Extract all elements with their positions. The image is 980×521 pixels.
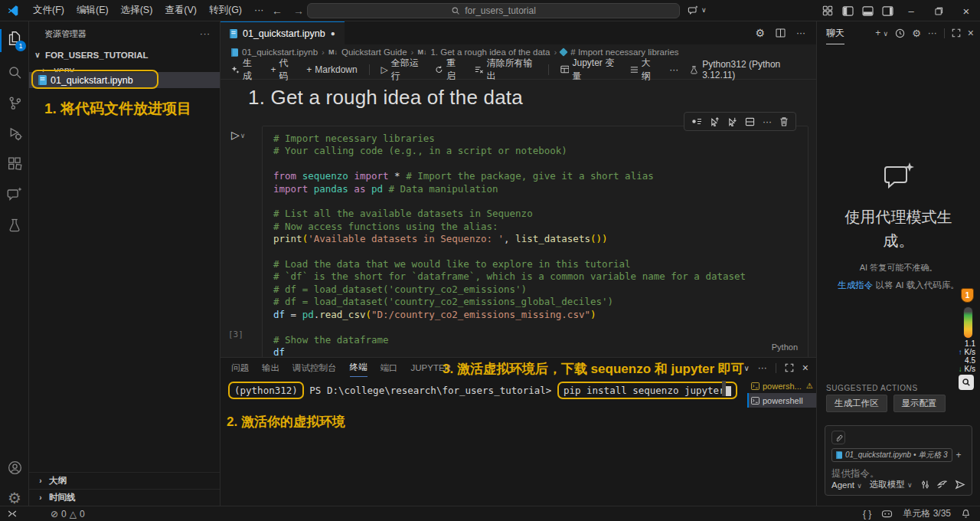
command-center-search[interactable]: for_users_tutorial bbox=[307, 3, 680, 18]
menu-item-选择(S)[interactable]: 选择(S) bbox=[115, 5, 159, 15]
breadcrumb-md2[interactable]: 1. Get a rough idea of the data bbox=[430, 48, 550, 57]
modified-dot-icon[interactable]: ● bbox=[331, 29, 335, 38]
close-window-button[interactable]: × bbox=[952, 0, 980, 21]
add-markdown-cell-button[interactable]: +Markdown bbox=[306, 64, 357, 75]
restore-button[interactable] bbox=[925, 0, 952, 21]
screenshot-search-button[interactable] bbox=[959, 375, 974, 390]
add-code-cell-button[interactable]: +代码 bbox=[270, 57, 295, 83]
accounts-icon[interactable] bbox=[0, 454, 29, 481]
breadcrumb-file[interactable]: 01_quickstart.ipynb bbox=[242, 48, 318, 57]
panel-tab-调试控制台[interactable]: 调试控制台 bbox=[292, 359, 337, 377]
delete-cell-icon[interactable] bbox=[779, 116, 789, 126]
more-actions-icon[interactable]: ··· bbox=[928, 28, 937, 38]
chevron-down-icon[interactable]: ∨ bbox=[743, 364, 749, 372]
code-line[interactable]: # df = load_dataset('country_co2_emissio… bbox=[273, 283, 808, 296]
tab-notebook[interactable]: 01_quickstart.ipynb ● bbox=[220, 21, 345, 44]
code-line[interactable]: import pandas as pd # Data manipulation bbox=[273, 183, 808, 195]
run-cell-and-below-icon[interactable] bbox=[727, 116, 737, 126]
panel-tab-问题[interactable]: 问题 bbox=[231, 359, 249, 377]
code-line[interactable] bbox=[273, 246, 808, 258]
code-line[interactable]: # Your calling code (e.g., in a script o… bbox=[273, 145, 808, 157]
tools-icon[interactable] bbox=[920, 480, 930, 490]
breadcrumb-code[interactable]: # Import necessary libraries bbox=[570, 48, 678, 57]
split-cell-icon[interactable] bbox=[745, 117, 755, 126]
restart-kernel-button[interactable]: 重启 bbox=[435, 57, 462, 83]
jupyter-variables-button[interactable]: Jupyter 变量 bbox=[560, 57, 619, 83]
tab-chat[interactable]: 聊天 bbox=[826, 22, 844, 44]
chat-history-icon[interactable] bbox=[895, 28, 905, 38]
run-cell-button[interactable]: ▷ ∨ bbox=[231, 129, 245, 141]
toggle-primary-sidebar-icon[interactable] bbox=[838, 0, 858, 21]
remote-indicator[interactable] bbox=[7, 509, 18, 519]
more-actions-icon[interactable]: ··· bbox=[758, 362, 767, 373]
cell-indicator[interactable]: 单元格 3/35 bbox=[903, 507, 951, 520]
timeline-section[interactable]: › 时间线 bbox=[29, 489, 220, 506]
forward-icon[interactable]: → bbox=[293, 5, 304, 17]
code-line[interactable]: from sequenzo import * # Import the pack… bbox=[273, 170, 808, 182]
copilot-menu-button[interactable]: ∨ bbox=[688, 5, 707, 15]
more-actions-icon[interactable]: ··· bbox=[669, 64, 678, 75]
menu-item-文件(F)[interactable]: 文件(F) bbox=[27, 5, 70, 15]
explorer-icon[interactable]: 1 bbox=[0, 25, 29, 52]
code-line[interactable]: print('Available datasets in Sequenzo: '… bbox=[273, 233, 808, 245]
more-actions-icon[interactable]: ··· bbox=[200, 29, 211, 38]
cell-language-picker[interactable]: Python bbox=[772, 342, 798, 352]
context-chip[interactable]: 01_quickstart.ipynb • 单元格 3 bbox=[831, 448, 952, 462]
code-line[interactable]: # Now access functions using the alias: bbox=[273, 221, 808, 233]
panel-tab-输出[interactable]: 输出 bbox=[262, 359, 279, 377]
code-line[interactable]: # List all the available datasets in Seq… bbox=[273, 208, 808, 220]
problems-indicator[interactable]: ⊘0 △0 bbox=[51, 509, 85, 519]
clear-outputs-button[interactable]: 清除所有输出 bbox=[475, 57, 537, 83]
notebook-scroll-area[interactable]: 1. Get a rough idea of the data ··· ▷ ∨ … bbox=[220, 80, 816, 357]
code-line[interactable] bbox=[273, 158, 808, 170]
kernel-picker[interactable]: Python312 (Python 3.12.11) bbox=[690, 59, 816, 80]
suggested-action-显示配置[interactable]: 显示配置 bbox=[893, 395, 946, 412]
menu-item-···[interactable]: ··· bbox=[248, 5, 270, 15]
more-actions-icon[interactable]: ··· bbox=[796, 28, 805, 38]
notebook-settings-icon[interactable]: ⚙ bbox=[755, 27, 765, 39]
menu-item-转到(G)[interactable]: 转到(G) bbox=[203, 5, 248, 15]
generate-instructions-link[interactable]: 生成指令 bbox=[838, 280, 873, 290]
voice-input-icon[interactable] bbox=[937, 480, 948, 490]
chat-view-icon[interactable] bbox=[0, 180, 29, 208]
notifications-bell-icon[interactable] bbox=[961, 509, 971, 519]
terminal-list-item[interactable]: powersh...⚠ bbox=[747, 378, 816, 393]
attach-context-button[interactable] bbox=[831, 431, 845, 444]
outline-button[interactable]: 大纲 bbox=[630, 57, 658, 83]
split-editor-icon[interactable] bbox=[776, 28, 786, 38]
generate-button[interactable]: 生成 bbox=[231, 57, 259, 83]
terminal-list-item[interactable]: powershell bbox=[747, 393, 816, 408]
code-line[interactable]: # Load the data that we would like to ex… bbox=[273, 258, 808, 270]
chat-input-box[interactable]: 01_quickstart.ipynb • 单元格 3 + 提供指令。 Agen… bbox=[825, 425, 972, 496]
close-panel-icon[interactable]: × bbox=[802, 362, 808, 374]
send-icon[interactable] bbox=[955, 480, 965, 490]
run-cells-above-icon[interactable] bbox=[710, 116, 720, 126]
close-chat-icon[interactable]: × bbox=[968, 27, 974, 39]
copilot-status-icon[interactable] bbox=[881, 509, 893, 519]
new-chat-button[interactable]: + ∨ bbox=[875, 28, 888, 38]
code-line[interactable] bbox=[273, 195, 808, 208]
outline-section[interactable]: › 大纲 bbox=[29, 472, 220, 489]
model-picker[interactable]: 选取模型 ∨ bbox=[870, 479, 913, 490]
code-line[interactable]: # Import necessary libraries bbox=[273, 133, 808, 145]
suggested-action-生成工作区[interactable]: 生成工作区 bbox=[826, 395, 887, 412]
add-context-icon[interactable]: + bbox=[956, 450, 962, 460]
source-control-icon[interactable] bbox=[0, 89, 29, 116]
panel-tab-端口[interactable]: 端口 bbox=[381, 359, 398, 377]
code-line[interactable] bbox=[273, 321, 808, 333]
minimize-button[interactable]: – bbox=[897, 0, 925, 21]
terminal-content[interactable]: (python312) PS D:\college\research\for_u… bbox=[228, 382, 737, 399]
maximize-chat-icon[interactable] bbox=[952, 28, 961, 38]
toggle-panel-icon[interactable] bbox=[858, 0, 877, 21]
back-icon[interactable]: ← bbox=[272, 5, 283, 17]
code-line[interactable]: # `df` is the short for `dataframe`, whi… bbox=[273, 270, 808, 283]
more-actions-icon[interactable]: ··· bbox=[763, 116, 772, 127]
code-line[interactable]: df = pd.read_csv("D:/country_co2_emissio… bbox=[273, 309, 808, 321]
testing-icon[interactable] bbox=[0, 211, 29, 239]
maximize-panel-icon[interactable] bbox=[785, 363, 794, 372]
extensions-icon[interactable] bbox=[0, 149, 29, 177]
code-line[interactable]: # Show the dataframe bbox=[273, 334, 808, 346]
menu-item-查看(V)[interactable]: 查看(V) bbox=[158, 5, 203, 15]
code-line[interactable]: df bbox=[273, 346, 808, 357]
panel-tab-终端[interactable]: 终端 bbox=[350, 359, 368, 377]
